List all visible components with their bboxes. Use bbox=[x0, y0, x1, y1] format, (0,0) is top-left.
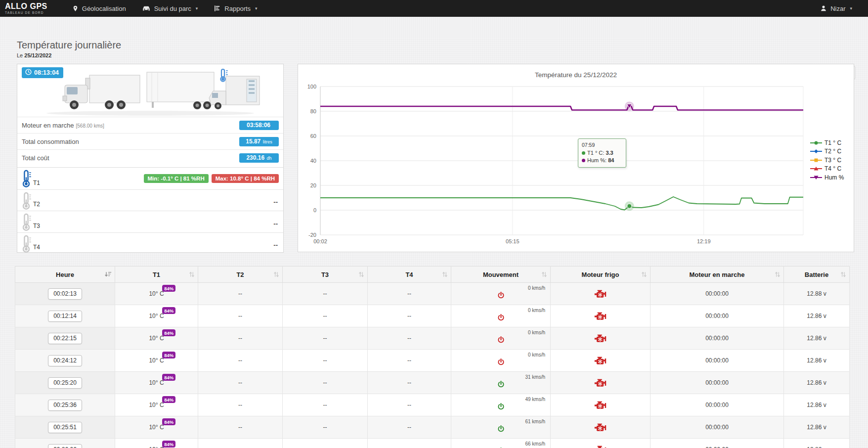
engine-running-duration: 00:00:00 bbox=[651, 416, 784, 439]
engine-running-duration: 00:00:00 bbox=[651, 394, 784, 416]
table-row: 00:22:15 10° C84% -- -- -- 0 kms/h 00:00… bbox=[15, 327, 850, 350]
column-header-heure[interactable]: Heure bbox=[15, 267, 115, 283]
time-chip[interactable]: 00:25:51 bbox=[48, 422, 82, 433]
user-icon bbox=[820, 5, 827, 12]
column-header-t2[interactable]: T2 bbox=[198, 267, 283, 283]
svg-text:80: 80 bbox=[310, 108, 316, 114]
t2-value: -- bbox=[198, 327, 283, 350]
engine-snowflake-icon bbox=[594, 445, 607, 448]
legend-item[interactable]: Hum % bbox=[810, 173, 844, 182]
report-date: 25/12/2022 bbox=[24, 52, 51, 58]
table-row: 00:24:12 10° C84% -- -- -- 0 kms/h 00:00… bbox=[15, 350, 850, 372]
t3-value: -- bbox=[283, 372, 368, 394]
t4-value: -- bbox=[368, 350, 451, 372]
t3-value: -- bbox=[283, 305, 368, 327]
brand-logo[interactable]: ALLO GPS TABLEAU DE BORD bbox=[5, 2, 47, 15]
time-chip[interactable]: 00:26:06 bbox=[48, 444, 82, 448]
t4-value: -- bbox=[368, 327, 451, 350]
series-dot-icon bbox=[582, 159, 585, 162]
table-row: 00:25:36 10° C84% -- -- -- 49 kms/h 00:0… bbox=[15, 394, 850, 416]
tooltip-line-t1: T1 ° C: 3.3 bbox=[582, 149, 622, 157]
engine-snowflake-icon bbox=[594, 333, 607, 346]
sensor-label: T1 bbox=[33, 179, 40, 186]
t1-value: 10° C bbox=[149, 335, 164, 342]
power-icon bbox=[497, 403, 505, 412]
vehicle-summary-card: 08:13:04 bbox=[17, 64, 284, 253]
t3-value: -- bbox=[283, 439, 368, 448]
summary-stat-row: Total coût 230.16 dh bbox=[17, 149, 283, 166]
map-pin-icon bbox=[72, 5, 79, 12]
nav-suivi-du-parc[interactable]: Suivi du parc ▾ bbox=[134, 0, 206, 17]
battery-voltage: 12.86 v bbox=[784, 305, 850, 327]
t4-value: -- bbox=[368, 283, 451, 305]
svg-text:12:19: 12:19 bbox=[697, 238, 711, 244]
column-header-t1[interactable]: T1 bbox=[115, 267, 198, 283]
t4-value: -- bbox=[368, 305, 451, 327]
power-icon bbox=[497, 314, 505, 323]
legend-item[interactable]: T1 ° C bbox=[810, 138, 844, 147]
speed-label: 0 kms/h bbox=[528, 352, 545, 358]
t2-value: -- bbox=[198, 394, 283, 416]
engine-snowflake-icon bbox=[594, 378, 607, 390]
chevron-down-icon: ▾ bbox=[196, 6, 198, 11]
top-navbar: ALLO GPS TABLEAU DE BORD Géolocalisation… bbox=[0, 0, 868, 17]
engine-snowflake-icon bbox=[594, 400, 607, 412]
t4-value: -- bbox=[368, 394, 451, 416]
legend-item[interactable]: T4 ° C bbox=[810, 165, 844, 174]
time-chip[interactable]: 00:12:14 bbox=[48, 311, 82, 322]
t2-value: -- bbox=[198, 372, 283, 394]
svg-text:100: 100 bbox=[307, 84, 316, 90]
t1-value: 10° C bbox=[149, 446, 164, 448]
table-row: 00:26:06 10° C84% -- -- -- 66 kms/h 00:0… bbox=[15, 439, 850, 448]
brand-subtitle: TABLEAU DE BORD bbox=[5, 11, 47, 15]
chart-tooltip: 07:59 T1 ° C: 3.3 Hum %: 84 bbox=[578, 138, 626, 168]
engine-snowflake-icon bbox=[594, 356, 607, 368]
stat-label: Total consommation bbox=[22, 138, 79, 145]
chevron-down-icon: ▾ bbox=[255, 6, 258, 11]
power-icon bbox=[497, 358, 505, 368]
column-header-moteur-en-marche[interactable]: Moteur en marche bbox=[651, 267, 784, 283]
column-header-mouvement[interactable]: Mouvement bbox=[451, 267, 551, 283]
nav-geolocalisation[interactable]: Géolocalisation bbox=[64, 0, 134, 17]
stat-value-badge: 03:58:06 bbox=[239, 121, 279, 130]
nav-rapports[interactable]: Rapports ▾ bbox=[206, 0, 265, 17]
time-chip[interactable]: 00:22:15 bbox=[48, 333, 82, 344]
time-chip[interactable]: 00:02:13 bbox=[48, 288, 82, 300]
engine-running-duration: 00:00:00 bbox=[651, 372, 784, 394]
speed-label: 49 kms/h bbox=[525, 397, 545, 402]
temperature-chart[interactable]: 100806040200-2000:0205:1512:19 bbox=[298, 64, 854, 252]
t3-value: -- bbox=[283, 283, 368, 305]
sensor-row: T4 -- bbox=[17, 232, 283, 254]
svg-text:60: 60 bbox=[310, 133, 316, 139]
legend-item[interactable]: T3 ° C bbox=[810, 156, 844, 165]
svg-text:00:02: 00:02 bbox=[313, 238, 327, 244]
sensor-row: T1 Min: -0.1° C | 81 %RHMax: 10.8° C | 8… bbox=[17, 168, 283, 189]
column-header-t3[interactable]: T3 bbox=[283, 267, 368, 283]
car-icon bbox=[142, 5, 151, 12]
report-chart-icon bbox=[214, 5, 221, 12]
svg-text:0: 0 bbox=[313, 207, 316, 213]
power-icon bbox=[497, 291, 505, 301]
tooltip-time: 07:59 bbox=[582, 142, 622, 148]
summary-stats: Moteur en marche[568.00 kms] 03:58:06 To… bbox=[17, 117, 283, 166]
engine-running-duration: 00:00:00 bbox=[651, 327, 784, 350]
time-chip[interactable]: 00:24:12 bbox=[48, 355, 82, 366]
t1-value: 10° C bbox=[149, 402, 164, 408]
column-header-t4[interactable]: T4 bbox=[368, 267, 451, 283]
column-header-batterie[interactable]: Batterie bbox=[784, 267, 850, 283]
humidity-badge: 84% bbox=[162, 285, 175, 292]
column-header-moteur-frigo[interactable]: Moteur frigo bbox=[551, 267, 651, 283]
engine-snowflake-icon bbox=[594, 289, 607, 301]
legend-item[interactable]: T2 ° C bbox=[810, 147, 844, 156]
t1-value: 10° C bbox=[149, 313, 164, 319]
table-row: 00:02:13 10° C84% -- -- -- 0 kms/h 00:00… bbox=[15, 283, 850, 305]
last-update-badge: 08:13:04 bbox=[22, 67, 63, 78]
user-menu[interactable]: Nizar ▾ bbox=[812, 0, 860, 17]
battery-voltage: 12.86 v bbox=[784, 394, 850, 416]
thermometer-icon bbox=[21, 235, 32, 255]
time-chip[interactable]: 00:25:36 bbox=[48, 400, 82, 411]
t3-value: -- bbox=[283, 350, 368, 372]
table-row: 00:25:20 10° C84% -- -- -- 31 kms/h 00:0… bbox=[15, 372, 850, 394]
humidity-badge: 84% bbox=[162, 374, 175, 381]
time-chip[interactable]: 00:25:20 bbox=[48, 377, 82, 389]
